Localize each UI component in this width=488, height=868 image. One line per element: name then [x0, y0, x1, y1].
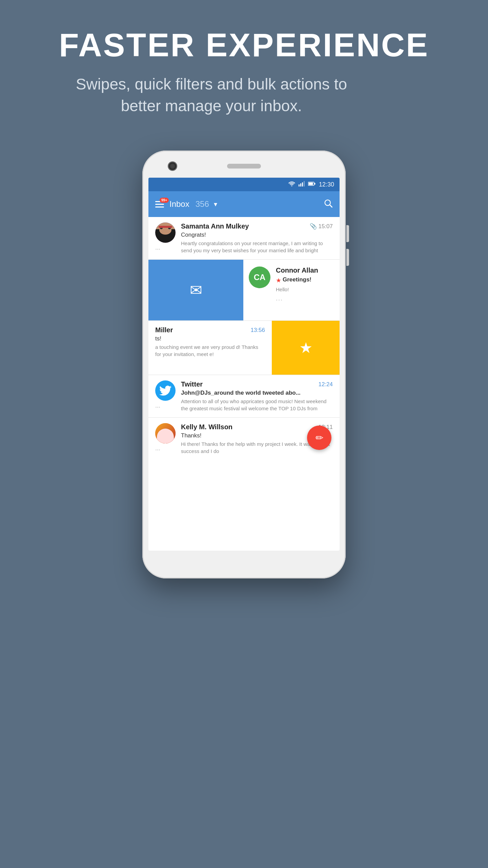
swipe-envelope-icon: ✉ — [190, 281, 202, 299]
email-subject-miller: ts! — [155, 335, 265, 342]
email-item-miller[interactable]: Miller 13:56 ts! a touching event we are… — [148, 321, 340, 375]
sender-name-kelly: Kelly M. Willson — [181, 423, 232, 431]
email-item-twitter[interactable]: Twitter 12:24 John@DJs_around the world … — [148, 375, 340, 418]
avatar-kelly — [155, 423, 176, 443]
svg-point-0 — [291, 185, 292, 186]
email-subject-twitter: John@DJs_around the world tweeted abo... — [181, 390, 333, 396]
email-time-twitter: 12:24 — [318, 381, 333, 388]
email-content-twitter: Twitter 12:24 John@DJs_around the world … — [181, 380, 333, 412]
svg-rect-4 — [304, 181, 305, 186]
svg-rect-7 — [314, 183, 315, 185]
dots-menu-samanta[interactable]: ··· — [155, 245, 160, 253]
avatar-samanta — [155, 222, 176, 243]
avatar-connor: CA — [249, 267, 270, 288]
sender-name-twitter: Twitter — [181, 380, 203, 388]
front-camera — [169, 162, 176, 170]
status-time: 12:30 — [319, 181, 334, 188]
page-subtitle: Swipes, quick filters and bulk actions t… — [59, 73, 364, 117]
dots-menu-twitter[interactable]: ··· — [155, 403, 160, 411]
email-subject-connor: Greetings! — [283, 276, 311, 283]
hamburger-area[interactable]: 99+ — [155, 201, 164, 208]
search-button[interactable] — [323, 198, 333, 210]
email-time-samanta: 15:07 — [318, 223, 333, 230]
page-header: FASTER EXPERIENCE Swipes, quick filters … — [59, 0, 429, 130]
email-subject-samanta: Congrats! — [181, 232, 333, 238]
phone-screen: 12:30 99+ Inbox 356 ▾ — [148, 178, 340, 551]
battery-icon — [308, 181, 316, 188]
sender-name-connor: Connor Allan — [276, 267, 318, 274]
phone-top — [148, 160, 340, 172]
svg-line-9 — [330, 205, 332, 207]
email-preview-samanta: Heartly congratulations on your recent m… — [181, 240, 333, 254]
email-preview-miller: a touching event we are very proud d! Th… — [155, 343, 265, 358]
dots-menu-kelly[interactable]: ··· — [155, 446, 160, 453]
email-time-miller: 13:56 — [250, 327, 265, 334]
phone-bottom — [148, 555, 340, 569]
swipe-left-panel-connor: ✉ — [148, 260, 243, 320]
signal-icon — [299, 181, 305, 188]
email-preview-twitter: Attention to all of you who appricates g… — [181, 398, 333, 412]
notification-badge: 99+ — [160, 198, 169, 203]
inbox-count: 356 — [196, 199, 209, 209]
swipe-star-icon: ★ — [299, 339, 312, 356]
email-item-samanta[interactable]: Samanta Ann Mulkey 📎 15:07 Congrats! Hea… — [148, 217, 340, 260]
email-item-connor[interactable]: ✉ CA Connor Allan ★ Greetings! — [148, 260, 340, 321]
star-icon-connor: ★ — [276, 277, 281, 284]
twitter-bird-icon — [159, 386, 171, 396]
dots-menu-connor[interactable]: ··· — [276, 296, 334, 303]
sender-name-miller: Miller — [155, 326, 173, 334]
email-content-samanta: Samanta Ann Mulkey 📎 15:07 Congrats! Hea… — [181, 222, 333, 254]
email-preview-connor: Hello! — [276, 286, 334, 293]
avatar-twitter — [155, 380, 176, 401]
phone-frame: 12:30 99+ Inbox 356 ▾ — [142, 151, 346, 578]
email-item-kelly[interactable]: Kelly M. Willson 12:11 Thanks! Hi there!… — [148, 418, 340, 460]
wifi-icon — [288, 181, 295, 188]
volume-button-1 — [346, 225, 349, 242]
email-list: Samanta Ann Mulkey 📎 15:07 Congrats! Hea… — [148, 217, 340, 460]
app-bar: 99+ Inbox 356 ▾ — [148, 191, 340, 217]
svg-rect-2 — [300, 183, 301, 186]
email-content-miller: Miller 13:56 ts! a touching event we are… — [148, 321, 272, 375]
dropdown-arrow-icon[interactable]: ▾ — [214, 200, 217, 208]
phone-wrapper: 12:30 99+ Inbox 356 ▾ — [142, 151, 346, 578]
attachment-icon-samanta: 📎 — [310, 223, 317, 230]
svg-rect-6 — [308, 183, 313, 185]
inbox-label: Inbox — [169, 199, 189, 209]
svg-rect-3 — [302, 182, 303, 186]
inbox-title-area[interactable]: Inbox 356 ▾ — [169, 199, 318, 209]
compose-icon: ✏ — [316, 432, 323, 443]
compose-fab[interactable]: ✏ — [307, 426, 331, 450]
email-content-connor: CA Connor Allan ★ Greetings! Hello! — [243, 260, 340, 320]
page-title: FASTER EXPERIENCE — [59, 27, 429, 63]
sender-name-samanta: Samanta Ann Mulkey — [181, 222, 249, 230]
earpiece-speaker — [227, 164, 261, 169]
status-bar: 12:30 — [148, 178, 340, 191]
svg-rect-1 — [299, 184, 300, 186]
swipe-right-panel-miller: ★ — [272, 321, 340, 375]
volume-button-2 — [346, 249, 349, 266]
